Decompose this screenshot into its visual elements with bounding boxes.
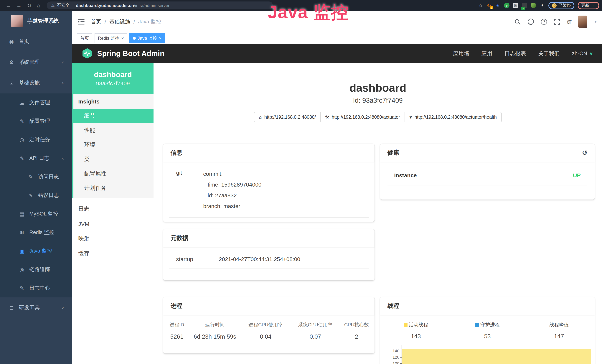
spring-boot-admin-logo[interactable] xyxy=(82,48,93,59)
instance-tab-details[interactable]: 细节 xyxy=(72,109,153,123)
bookmark-star-icon[interactable]: ☆ xyxy=(479,3,483,8)
sidebar-item-label: MySQL 监控 xyxy=(29,211,58,217)
reload-icon[interactable]: ↻ xyxy=(27,3,31,8)
on-extension-icon[interactable]: on xyxy=(522,3,527,8)
github-icon[interactable] xyxy=(528,19,534,25)
process-card: 进程 进程ID 运行时间 进程CPU使用率 系统CPU使用率 CPU核心数 52… xyxy=(163,297,375,353)
sidebar-item-access-logs[interactable]: ✎ 访问日志 xyxy=(0,168,72,186)
layers-icon: ≋ xyxy=(18,230,26,236)
app-logo-row[interactable]: 芋道管理系统 xyxy=(0,11,72,31)
page: ← → ↻ ⌂ ⚠ 不安全 dashboard.yudao.iocoder.cn… xyxy=(0,0,602,364)
sba-nav-wallboard[interactable]: 应用墙 xyxy=(453,50,469,57)
home-icon: ⌂ xyxy=(259,115,262,120)
insights-group-label: Insights xyxy=(74,94,153,109)
axis-tick xyxy=(400,357,402,357)
tag-home[interactable]: 首页 xyxy=(77,33,92,43)
fullscreen-icon[interactable] xyxy=(554,19,560,25)
browser-update-button[interactable]: 更新 ⋮ xyxy=(578,2,599,9)
instance-sidebar: dashboard 93a3fc7f7409 Insights 细节 性能 环境… xyxy=(72,63,153,364)
sidebar-item-scheduled-tasks[interactable]: ◷ 定时任务 xyxy=(0,130,72,149)
sidebar-item-label: 访问日志 xyxy=(38,173,59,180)
address-bar[interactable]: ⚠ 不安全 dashboard.yudao.iocoder.cn /infra/… xyxy=(47,1,273,9)
user-avatar[interactable] xyxy=(578,16,588,28)
heart-icon: ♥ xyxy=(409,115,412,120)
tag-redis-monitor[interactable]: Redis 监控 × xyxy=(95,33,127,43)
annotation-java-monitor: Java 监控 xyxy=(268,1,349,24)
security-label[interactable]: 不安全 xyxy=(57,3,70,8)
instance-tab-jvm[interactable]: JVM xyxy=(72,216,153,231)
yellow-legend-swatch xyxy=(404,323,407,327)
sba-nav-applications[interactable]: 应用 xyxy=(482,50,492,57)
leaf-extension-icon[interactable] xyxy=(531,3,536,8)
col-process-cpu: 进程CPU使用率 xyxy=(239,321,292,328)
sidebar-item-log-center[interactable]: ✎ 日志中心 xyxy=(0,279,72,298)
sidebar-item-error-logs[interactable]: ✎ 错误日志 xyxy=(0,186,72,205)
actuator-url-button[interactable]: ⚒ http://192.168.0.2:48080/actuator xyxy=(320,112,405,122)
sidebar-item-dev-tools[interactable]: ⊟ 研发工具 ∨ xyxy=(0,298,72,318)
instance-tab-config-props[interactable]: 配置属性 xyxy=(74,167,153,181)
back-icon[interactable]: ← xyxy=(6,3,11,8)
sidebar-item-infrastructure[interactable]: ⊡ 基础设施 ∧ xyxy=(0,73,72,94)
tag-label: 首页 xyxy=(80,35,89,41)
instance-tab-classes[interactable]: 类 xyxy=(74,152,153,167)
sidebar-item-tracing[interactable]: ◎ 链路追踪 xyxy=(0,260,72,279)
instance-tab-scheduled-tasks[interactable]: 计划任务 xyxy=(74,181,153,195)
active-dot xyxy=(133,37,136,40)
tag-java-monitor[interactable]: Java 监控 × xyxy=(129,33,165,43)
close-icon[interactable]: × xyxy=(121,36,124,40)
sba-nav-journal[interactable]: 日志报表 xyxy=(505,50,526,57)
sidebar-item-mysql-monitor[interactable]: ▤ MySQL 监控 xyxy=(0,205,72,223)
history-icon[interactable]: ↺ xyxy=(582,149,588,157)
col-system-cpu: 系统CPU使用率 xyxy=(292,321,339,328)
help-icon[interactable]: ? xyxy=(541,19,547,25)
service-url-button[interactable]: ⌂ http://192.168.0.2:48080/ xyxy=(254,112,321,122)
grid-extension-icon[interactable]: ⊞ xyxy=(513,3,518,8)
git-commit-line: commit: xyxy=(203,168,261,179)
breadcrumb-home[interactable]: 首页 xyxy=(91,18,101,25)
sync-extension-icon[interactable]: ↻ 1 xyxy=(486,3,492,8)
sidebar-item-label: 基础设施 xyxy=(19,80,40,86)
close-icon[interactable]: × xyxy=(159,36,161,40)
breadcrumb-infrastructure[interactable]: 基础设施 xyxy=(109,18,130,25)
edit-icon: ✎ xyxy=(18,285,26,291)
browser-toolbar-icons: ☆ ↻ 1 ◈ y ⊞ on ✦ ☺ 已暂停 更新 ⋮ xyxy=(479,2,599,9)
sidebar-item-api-logs[interactable]: ✎ API 日志 ∧ xyxy=(0,149,72,168)
instance-tab-logs[interactable]: 日志 xyxy=(72,201,153,216)
sidebar-item-system-mgmt[interactable]: ⚙ 系统管理 ∨ xyxy=(0,52,72,73)
browser-home-icon[interactable]: ⌂ xyxy=(37,3,40,8)
startup-label: startup xyxy=(176,256,219,262)
sba-brand-title[interactable]: Spring Boot Admin xyxy=(97,49,164,58)
daemon-threads-value: 53 xyxy=(452,333,523,340)
instance-tab-mappings[interactable]: 映射 xyxy=(72,231,153,246)
y-extension-icon[interactable]: y xyxy=(504,3,509,8)
threads-legend-values: 143 53 147 xyxy=(380,333,595,340)
eye-icon: ◎ xyxy=(18,267,26,273)
health-url-button[interactable]: ♥ http://192.168.0.2:48080/actuator/heal… xyxy=(404,112,502,122)
sidebar-item-file-mgmt[interactable]: ☁ 文件管理 xyxy=(0,94,72,112)
pin-extension-icon[interactable]: ◈ xyxy=(495,3,501,8)
sidebar-item-label: 配置管理 xyxy=(29,118,50,125)
sidebar-item-config-mgmt[interactable]: ✎ 配置管理 xyxy=(0,112,72,130)
edit-icon: ✎ xyxy=(27,193,35,198)
search-icon[interactable] xyxy=(515,19,521,25)
chevron-up-icon: ∧ xyxy=(61,157,64,160)
sidebar-item-home[interactable]: ◉ 首页 xyxy=(0,31,72,52)
instance-tab-caches[interactable]: 缓存 xyxy=(72,246,153,261)
sidebar-item-redis-monitor[interactable]: ≋ Redis 监控 xyxy=(0,223,72,242)
sidebar-item-label: 文件管理 xyxy=(29,99,50,106)
instance-header: dashboard 93a3fc7f7409 xyxy=(72,63,153,94)
browser-menu-icon[interactable]: ⋮ xyxy=(592,3,596,8)
font-size-icon[interactable]: tT xyxy=(567,19,571,25)
forward-icon[interactable]: → xyxy=(16,3,22,8)
profile-paused-pill[interactable]: ☺ 已暂停 xyxy=(548,2,574,9)
sba-nav-about[interactable]: 关于我们 xyxy=(538,50,560,57)
extensions-puzzle-icon[interactable]: ✦ xyxy=(539,3,545,8)
threads-card: 线程 活动线程 守护进程 线程峰值 143 5 xyxy=(380,297,595,364)
locale-select[interactable]: zh-CN ∨ xyxy=(572,50,593,56)
user-caret-icon[interactable]: ▾ xyxy=(595,19,597,24)
sidebar-item-java-monitor[interactable]: ▣ Java 监控 xyxy=(0,242,72,260)
instance-tab-metrics[interactable]: 性能 xyxy=(74,123,153,138)
instance-tab-environment[interactable]: 环境 xyxy=(74,138,153,152)
sync-badge: 1 xyxy=(490,6,493,9)
hamburger-fold-icon[interactable] xyxy=(78,19,85,24)
